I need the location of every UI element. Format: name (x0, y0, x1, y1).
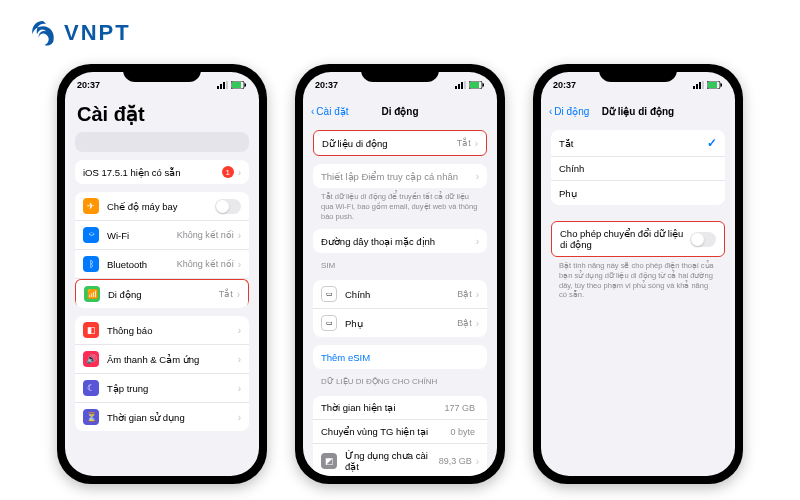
phone-2: 20:37 ‹ Cài đặt Di động Dữ liệu di động … (295, 64, 505, 484)
group-hotspot: Thiết lập Điểm truy cập cá nhân › (313, 164, 487, 188)
svg-rect-16 (699, 82, 701, 89)
chevron-left-icon: ‹ (549, 106, 552, 117)
search-input[interactable] (75, 132, 249, 152)
row-focus[interactable]: ☾ Tập trung › (75, 374, 249, 403)
row-sim-primary[interactable]: ▭ Chính Bật › (313, 280, 487, 309)
logo-text: VNPT (64, 20, 131, 46)
wifi-label: Wi-Fi (107, 230, 177, 241)
bt-value: Không kết nối (177, 259, 234, 269)
usage-header: DỮ LIỆU DI ĐỘNG CHO CHÍNH (303, 369, 497, 388)
sim-icon: ▭ (321, 315, 337, 331)
row-sim-secondary[interactable]: ▭ Phụ Bật › (313, 309, 487, 337)
svg-rect-3 (226, 81, 228, 89)
screen-settings: 20:37 Cài đặt iOS 17.5.1 hiện có sẵn 1 ›… (65, 72, 259, 476)
airplane-icon: ✈ (83, 198, 99, 214)
moon-icon: ☾ (83, 380, 99, 396)
row-option-off[interactable]: Tắt ✓ (551, 130, 725, 157)
row-cellular[interactable]: 📶 Di động Tắt › (75, 279, 249, 308)
notch (361, 64, 439, 82)
nav-bar: ‹ Cài đặt Di động (303, 98, 497, 124)
chevron-right-icon: › (238, 259, 241, 270)
sim2-value: Bật (457, 318, 472, 328)
signal-icon (455, 81, 467, 89)
row-wifi[interactable]: ⌔ Wi-Fi Không kết nối › (75, 221, 249, 250)
row-usage-current[interactable]: Thời gian hiện tại 177 GB (313, 396, 487, 420)
chevron-right-icon: › (238, 412, 241, 423)
cell-value: Tắt (219, 289, 233, 299)
group-default-line: Đường dây thoại mặc định › (313, 229, 487, 253)
status-time: 20:37 (315, 80, 338, 90)
opt-primary-label: Chính (559, 163, 717, 174)
phone-3: 20:37 ‹ Di động Dữ liệu di động Tắt ✓ Ch… (533, 64, 743, 484)
svg-rect-15 (696, 84, 698, 89)
airplane-toggle[interactable] (215, 199, 241, 214)
vnpt-swirl-icon (28, 18, 58, 48)
svg-rect-5 (232, 82, 241, 88)
sim-icon: ▭ (321, 286, 337, 302)
row-hotspot[interactable]: Thiết lập Điểm truy cập cá nhân › (313, 164, 487, 188)
hotspot-label: Thiết lập Điểm truy cập cá nhân (321, 171, 476, 182)
default-line-label: Đường dây thoại mặc định (321, 236, 476, 247)
svg-rect-17 (702, 81, 704, 89)
notch (599, 64, 677, 82)
usage3-value: 89,3 GB (439, 456, 472, 466)
speaker-icon: 🔊 (83, 351, 99, 367)
chevron-right-icon: › (238, 167, 241, 178)
phone-1: 20:37 Cài đặt iOS 17.5.1 hiện có sẵn 1 ›… (57, 64, 267, 484)
row-usage-roaming[interactable]: Chuyển vùng TG hiện tại 0 byte (313, 420, 487, 444)
row-option-primary[interactable]: Chính (551, 157, 725, 181)
update-label: iOS 17.5.1 hiện có sẵn (83, 167, 222, 178)
svg-rect-6 (245, 84, 247, 87)
svg-rect-14 (693, 86, 695, 89)
switching-toggle[interactable] (690, 232, 716, 247)
svg-rect-19 (708, 82, 717, 88)
svg-rect-8 (458, 84, 460, 89)
bell-icon: ◧ (83, 322, 99, 338)
back-button[interactable]: ‹ Cài đặt (311, 106, 348, 117)
focus-label: Tập trung (107, 383, 238, 394)
sim-header: SIM (303, 253, 497, 272)
chevron-right-icon: › (476, 456, 479, 467)
chevron-right-icon: › (476, 289, 479, 300)
status-indicators (455, 81, 485, 89)
group-add-esim: Thêm eSIM (313, 345, 487, 369)
cell-data-footer: Tắt dữ liệu di động để truyền tất cả dữ … (303, 188, 497, 221)
screen-cellular: 20:37 ‹ Cài đặt Di động Dữ liệu di động … (303, 72, 497, 476)
row-add-esim[interactable]: Thêm eSIM (313, 345, 487, 369)
chevron-right-icon: › (476, 171, 479, 182)
status-time: 20:37 (553, 80, 576, 90)
cell-data-label: Dữ liệu di động (322, 138, 457, 149)
svg-rect-0 (217, 86, 219, 89)
row-cell-data[interactable]: Dữ liệu di động Tắt › (314, 131, 486, 155)
chevron-right-icon: › (476, 318, 479, 329)
row-screentime[interactable]: ⏳ Thời gian sử dụng › (75, 403, 249, 431)
wifi-icon: ⌔ (83, 227, 99, 243)
usage1-label: Thời gian hiện tại (321, 402, 444, 413)
group-connectivity: ✈ Chế độ máy bay ⌔ Wi-Fi Không kết nối ›… (75, 192, 249, 308)
back-label: Cài đặt (316, 106, 348, 117)
row-bluetooth[interactable]: ᛒ Bluetooth Không kết nối › (75, 250, 249, 279)
battery-icon (469, 81, 485, 89)
row-allow-switching[interactable]: Cho phép chuyển đổi dữ liệu di động (552, 222, 724, 256)
row-airplane[interactable]: ✈ Chế độ máy bay (75, 192, 249, 221)
row-usage-uninstalled[interactable]: ◩ Ứng dụng chưa cài đặt 89,3 GB › (313, 444, 487, 476)
back-label: Di động (554, 106, 589, 117)
sim2-label: Phụ (345, 318, 457, 329)
row-notifications[interactable]: ◧ Thông báo › (75, 316, 249, 345)
row-ios-update[interactable]: iOS 17.5.1 hiện có sẵn 1 › (75, 160, 249, 184)
airplane-label: Chế độ máy bay (107, 201, 215, 212)
hourglass-icon: ⏳ (83, 409, 99, 425)
phone-row: 20:37 Cài đặt iOS 17.5.1 hiện có sẵn 1 ›… (0, 64, 800, 484)
row-option-secondary[interactable]: Phụ (551, 181, 725, 205)
add-esim-label: Thêm eSIM (321, 352, 479, 363)
status-time: 20:37 (77, 80, 100, 90)
back-button[interactable]: ‹ Di động (549, 106, 589, 117)
row-default-line[interactable]: Đường dây thoại mặc định › (313, 229, 487, 253)
battery-icon (707, 81, 723, 89)
group-cell-data: Dữ liệu di động Tắt › (313, 130, 487, 156)
screen-cell-data: 20:37 ‹ Di động Dữ liệu di động Tắt ✓ Ch… (541, 72, 735, 476)
row-sounds[interactable]: 🔊 Âm thanh & Cảm ứng › (75, 345, 249, 374)
svg-rect-7 (455, 86, 457, 89)
svg-rect-2 (223, 82, 225, 89)
bt-label: Bluetooth (107, 259, 177, 270)
